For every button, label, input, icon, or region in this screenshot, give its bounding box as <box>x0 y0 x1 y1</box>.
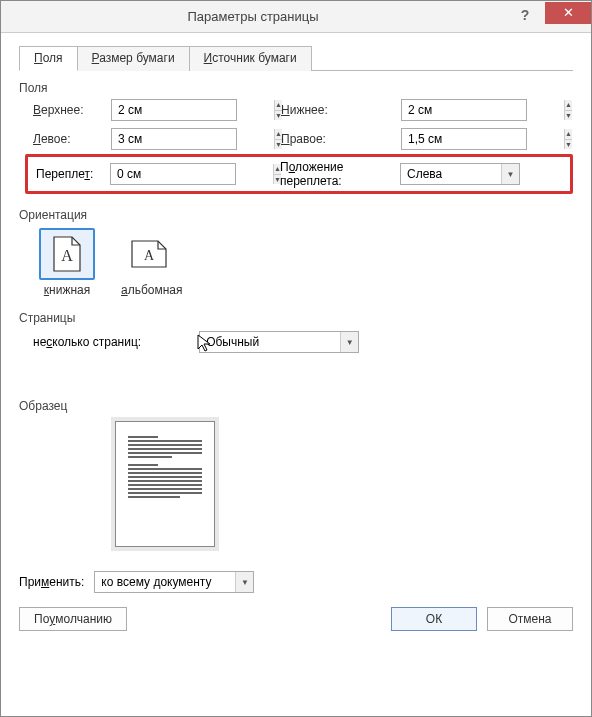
preview-area <box>115 421 573 547</box>
combo-multiple-pages[interactable]: Обычный ▼ <box>199 331 359 353</box>
tab-paper-size[interactable]: Размер бумаги <box>77 46 190 71</box>
gutter-row-highlight: Переплет: ▲▼ Положение переплета: Слева … <box>25 154 573 194</box>
label-gutter-position: Положение переплета: <box>280 160 400 188</box>
label-gutter: Переплет: <box>36 167 110 181</box>
label-multiple-pages: несколько страниц: <box>33 335 141 349</box>
label-left-margin: Левое: <box>33 132 111 146</box>
spin-up-icon[interactable]: ▲ <box>565 100 572 111</box>
spin-up-icon[interactable]: ▲ <box>565 129 572 140</box>
label-apply-to: Применить: <box>19 575 84 589</box>
tab-strip: Поля Размер бумаги Источник бумаги <box>19 45 573 71</box>
combo-apply-to-value: ко всему документу <box>95 575 235 589</box>
chevron-down-icon[interactable]: ▼ <box>340 332 358 352</box>
svg-text:A: A <box>144 248 155 263</box>
orientation-landscape-label: альбомная <box>121 283 183 297</box>
tab-margins[interactable]: Поля <box>19 46 78 71</box>
input-top-margin[interactable]: ▲▼ <box>111 99 237 121</box>
orientation-portrait-label: книжная <box>39 283 95 297</box>
svg-text:A: A <box>61 247 73 264</box>
section-preview-title: Образец <box>19 399 573 413</box>
chevron-down-icon[interactable]: ▼ <box>501 164 519 184</box>
input-gutter-field[interactable] <box>111 164 273 184</box>
input-top-margin-field[interactable] <box>112 100 274 120</box>
section-pages-title: Страницы <box>19 311 573 325</box>
section-orientation-title: Ориентация <box>19 208 573 222</box>
label-right-margin: Правое: <box>281 132 401 146</box>
default-button[interactable]: По умолчанию <box>19 607 127 631</box>
preview-page-icon <box>115 421 215 547</box>
input-left-margin-field[interactable] <box>112 129 274 149</box>
label-top-margin: Верхнее: <box>33 103 111 117</box>
orientation-landscape[interactable]: A альбомная <box>121 228 183 297</box>
landscape-page-icon: A <box>131 240 167 268</box>
input-right-margin[interactable]: ▲▼ <box>401 128 527 150</box>
close-button[interactable]: ✕ <box>545 2 591 24</box>
combo-gutter-position-value: Слева <box>401 167 501 181</box>
combo-apply-to[interactable]: ко всему документу ▼ <box>94 571 254 593</box>
orientation-portrait[interactable]: A книжная <box>39 228 95 297</box>
chevron-down-icon[interactable]: ▼ <box>235 572 253 592</box>
tab-paper-source[interactable]: Источник бумаги <box>189 46 312 71</box>
input-left-margin[interactable]: ▲▼ <box>111 128 237 150</box>
ok-button[interactable]: ОК <box>391 607 477 631</box>
input-bottom-margin[interactable]: ▲▼ <box>401 99 527 121</box>
label-bottom-margin: Нижнее: <box>281 103 401 117</box>
spin-down-icon[interactable]: ▼ <box>565 140 572 150</box>
portrait-page-icon: A <box>53 236 81 272</box>
section-margins-title: Поля <box>19 81 573 95</box>
help-button[interactable]: ? <box>505 3 545 27</box>
cancel-button[interactable]: Отмена <box>487 607 573 631</box>
combo-gutter-position[interactable]: Слева ▼ <box>400 163 520 185</box>
titlebar: Параметры страницы ? ✕ <box>1 1 591 33</box>
window-title: Параметры страницы <box>1 9 505 24</box>
input-gutter[interactable]: ▲▼ <box>110 163 236 185</box>
combo-multiple-pages-value: Обычный <box>200 335 340 349</box>
spin-down-icon[interactable]: ▼ <box>565 111 572 121</box>
input-bottom-margin-field[interactable] <box>402 100 564 120</box>
input-right-margin-field[interactable] <box>402 129 564 149</box>
